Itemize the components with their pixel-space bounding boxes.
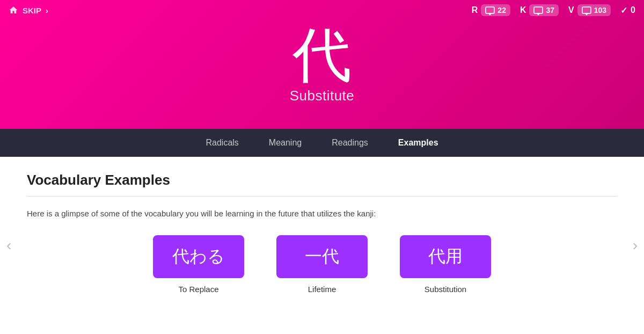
skip-arrow: › bbox=[46, 6, 48, 15]
vocab-card-2[interactable]: 代用 bbox=[400, 235, 491, 278]
radicals-stat: R 22 bbox=[472, 4, 510, 16]
vocab-label-0: To Replace bbox=[178, 285, 218, 294]
skip-nav[interactable]: SKIP › bbox=[9, 5, 48, 15]
vocab-card-1[interactable]: 一代 bbox=[276, 235, 368, 278]
skip-label: SKIP bbox=[23, 6, 41, 15]
section-description: Here is a glimpse of some of the vocabul… bbox=[27, 207, 617, 220]
speech-bubble-icon-k bbox=[533, 6, 543, 14]
vocab-card-0[interactable]: 代わる bbox=[153, 235, 244, 278]
nav-bar: SKIP › R 22 K 37 V bbox=[0, 0, 644, 20]
kanji-meaning: Substitute bbox=[290, 88, 355, 104]
vocabulary-grid: 代わる To Replace 一代 Lifetime 代用 Substituti… bbox=[27, 235, 617, 294]
stats-bar: R 22 K 37 V 103 ✓ bbox=[472, 4, 635, 16]
check-icon: ✓ bbox=[620, 5, 627, 16]
home-icon bbox=[9, 5, 18, 15]
speech-bubble-icon-r bbox=[485, 6, 495, 14]
speech-bubble-icon-v bbox=[582, 6, 591, 14]
prev-arrow[interactable]: ‹ bbox=[6, 237, 11, 254]
k-badge: 37 bbox=[529, 4, 559, 16]
k-count: 37 bbox=[546, 6, 554, 14]
vocab-item-2: 代用 Substitution bbox=[400, 235, 491, 294]
tab-navigation: Radicals Meaning Readings Examples bbox=[0, 129, 644, 157]
vocab-item-1: 一代 Lifetime bbox=[276, 235, 368, 294]
vocab-item-0: 代わる To Replace bbox=[153, 235, 244, 294]
content-inner: Vocabulary Examples Here is a glimpse of… bbox=[27, 172, 617, 294]
check-stat: ✓ 0 bbox=[620, 5, 635, 16]
section-title: Vocabulary Examples bbox=[27, 172, 617, 197]
kanji-character: 代 bbox=[292, 25, 352, 84]
kanji-stat: K 37 bbox=[520, 4, 559, 16]
hero-section: SKIP › R 22 K 37 V bbox=[0, 0, 644, 129]
tab-examples[interactable]: Examples bbox=[396, 135, 441, 151]
next-arrow[interactable]: › bbox=[633, 237, 638, 254]
v-count: 103 bbox=[594, 6, 606, 14]
vocab-japanese-1: 一代 bbox=[305, 245, 339, 268]
content-area: ‹ Vocabulary Examples Here is a glimpse … bbox=[0, 157, 644, 334]
check-count: 0 bbox=[631, 5, 635, 15]
v-badge: 103 bbox=[577, 4, 611, 16]
r-count: 22 bbox=[497, 6, 506, 14]
vocab-label-2: Substitution bbox=[425, 285, 466, 294]
tab-readings[interactable]: Readings bbox=[330, 135, 370, 151]
vocab-stat: V 103 bbox=[568, 4, 611, 16]
vocab-japanese-0: 代わる bbox=[172, 245, 225, 268]
v-label: V bbox=[568, 5, 574, 15]
vocab-japanese-2: 代用 bbox=[428, 245, 463, 268]
r-label: R bbox=[472, 5, 478, 15]
vocab-label-1: Lifetime bbox=[308, 285, 336, 294]
tab-meaning[interactable]: Meaning bbox=[267, 135, 304, 151]
k-label: K bbox=[520, 5, 526, 15]
r-badge: 22 bbox=[481, 4, 510, 16]
tab-radicals[interactable]: Radicals bbox=[203, 135, 240, 151]
